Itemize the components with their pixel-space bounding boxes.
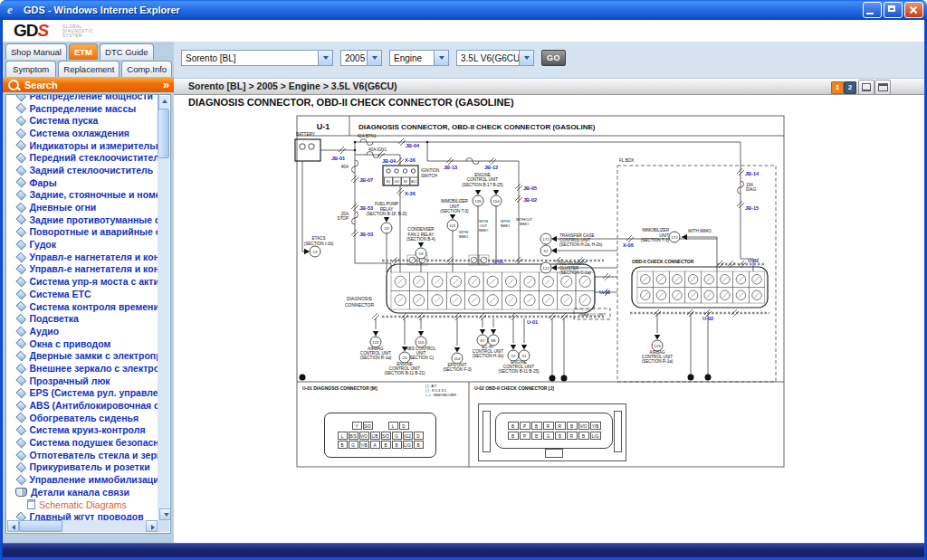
page-2-button[interactable]: 2 [844,81,856,94]
tree-item[interactable]: Поворотные и аварийные огни [15,226,158,239]
tree-item-comm-details[interactable]: Детали канала связи [15,486,158,498]
tree-item[interactable]: Подсветка [15,312,158,325]
svg-text:IMMO: IMMO [501,223,511,228]
tree-item-schematic-diagrams[interactable]: Schematic Diagrams [26,498,158,511]
tree-item[interactable]: Система упр-я моста с активным упр. [15,275,158,288]
svg-text:JB-02: JB-02 [523,197,537,203]
diamond-icon [16,103,26,113]
svg-text:(SECTION B-4): (SECTION B-4) [406,237,435,242]
pin-cell: D [414,432,424,440]
vertical-scrollbar[interactable] [158,96,169,520]
go-button[interactable]: GO [541,50,566,66]
svg-text:U-02: U-02 [702,316,713,321]
diamond-icon [16,351,26,361]
panel-2-title: U-02 OBD-II CHECK CONNECTOR [J] [474,385,554,391]
monitor-icon [862,83,871,91]
scroll-right-button[interactable] [146,520,158,532]
tree-item[interactable]: Аудио [15,325,158,337]
tree-item[interactable]: Отпотеватель стекла и зеркал [15,449,158,461]
tree-item[interactable]: Задние противотуманные фонари [15,214,158,226]
tree-item[interactable]: Управление иммобилизацией [15,473,158,486]
svg-text:U-01: U-01 [599,289,610,295]
logo-bar: GDS GLOBALDIAGNOSTICSYSTEM [3,20,924,43]
svg-text:WITH IMMO.: WITH IMMO. [688,229,712,233]
tree-item[interactable]: Гудок [15,238,158,251]
tab-shop-manual[interactable]: Shop Manual [5,43,67,60]
diamond-icon [16,264,26,274]
pin-cell: B [531,422,542,430]
tree-item[interactable]: Система круиз-контроля [15,424,158,437]
tree-item[interactable]: Фары [15,176,158,189]
tree-item[interactable]: Передний стеклоочиститель [15,151,158,164]
scroll-left-button[interactable] [7,520,19,532]
tab-dtc-guide[interactable]: DTC Guide [100,43,154,60]
tree-item[interactable]: Задний стеклоочиститель [15,164,158,176]
pin-cell: B [508,432,519,440]
tree-item[interactable]: Дверные замки с электроприводом [15,349,158,362]
tab-replacement[interactable]: Replacement [58,61,119,77]
scrollbar-corner [158,520,169,532]
tree-item[interactable]: EPS (Система рул. управления) [15,387,158,400]
tree-item[interactable]: Система подушек безопасности [15,436,158,449]
svg-text:GSAM CO. UNIT: GSAM CO. UNIT [578,312,606,317]
tree-item[interactable]: Система контроля времени [15,300,158,313]
minimize-button[interactable] [863,2,882,18]
year-select[interactable]: 2005 [340,50,382,66]
page-1-button[interactable]: 1 [831,81,844,94]
tab-symptom-guide[interactable]: Symptom Guide [5,61,56,77]
tree-item[interactable]: Прикуриватель и розетки [15,461,158,474]
pin-cell: L/G [403,441,413,449]
system-select[interactable]: Engine [389,50,449,66]
svg-text:172: 172 [671,235,678,240]
search-bar[interactable]: Search ›› [3,77,174,92]
print-button[interactable] [874,80,891,95]
horizontal-scrollbar[interactable] [7,520,158,532]
tab-comp-info[interactable]: Comp.Info [121,61,172,77]
tree-item[interactable]: Окна с приводом [15,337,158,350]
tree-item[interactable]: Система ETC [15,288,158,300]
tree-item[interactable]: Система пуска [15,114,158,127]
tree-item[interactable]: Распределение массы [15,102,158,115]
tree-item[interactable]: Управл-е нагнетателя и кондиционера [15,263,158,276]
tree-item[interactable]: Распределение мощности [15,94,158,102]
tree-item[interactable]: Задние, стояночные и номерные огни [15,189,158,202]
obd2-body: BPBRRBV/OY/B BPBGBRBL/G [495,413,613,449]
tree-item[interactable]: Дневные огни [15,201,158,214]
svg-text:CONNECTOR: CONNECTOR [345,302,375,308]
vehicle-select[interactable]: Sorento [BL] [181,50,333,66]
scroll-thumb[interactable] [158,109,169,158]
tab-row-2: Symptom Guide Replacement Comp.Info [5,61,183,77]
svg-text:(SECTION F-3): (SECTION F-3) [443,367,472,372]
obd2-check-connector: OBD-II CHECK CONNECTOR [632,259,768,308]
svg-text:23: 23 [385,226,389,231]
obd-label: OBD-II CHECK CONNECTOR [632,259,694,264]
diamond-icon [16,338,26,348]
svg-text:IMMO: IMMO [479,228,489,233]
tree-item[interactable]: Индикаторы и измерительные приборы [15,139,158,152]
svg-text:115: 115 [418,340,425,345]
svg-text:(SECTION B-1F, B-2I): (SECTION B-1F, B-2I) [366,212,407,216]
tree-item[interactable]: Система охлаждения [15,127,158,139]
tree-item[interactable]: ABS (Антиблокировочная система) [15,399,158,412]
tree-item[interactable]: Прозрачный люк [15,375,158,387]
engine-select[interactable]: 3.5L V6(G6CU) [456,50,534,66]
tree-item[interactable]: Внешнее зеркало с электроприводом [15,362,158,375]
diamond-icon [16,450,26,460]
svg-text:(SECTION B-17 B-25): (SECTION B-17 B-25) [462,183,503,187]
tree-item[interactable]: Управл-е нагнетателя и кондиционера [15,251,158,263]
scroll-down-button[interactable] [159,508,171,520]
chevron-down-icon [434,51,448,65]
diamond-icon [16,240,26,250]
battery: BATTERY [295,132,320,161]
svg-text:172: 172 [542,237,550,242]
maximize-button[interactable] [884,2,903,18]
monitor-button[interactable] [858,80,874,95]
close-button[interactable] [904,2,923,18]
svg-text:DIAG: DIAG [746,187,757,192]
scroll-thumb-horizontal[interactable] [19,520,62,532]
diagnosis-connector-pinout: YS/OLD LB/SV/OL/BS/OGIG2D BGY/BABBL/GB [324,413,436,458]
tab-etm[interactable]: ETM [69,43,98,60]
tree-item[interactable]: Обогреватель сиденья [15,412,158,424]
tree-item-list: Распределение мощности Распределение мас… [15,94,158,486]
svg-text:122: 122 [542,266,550,271]
